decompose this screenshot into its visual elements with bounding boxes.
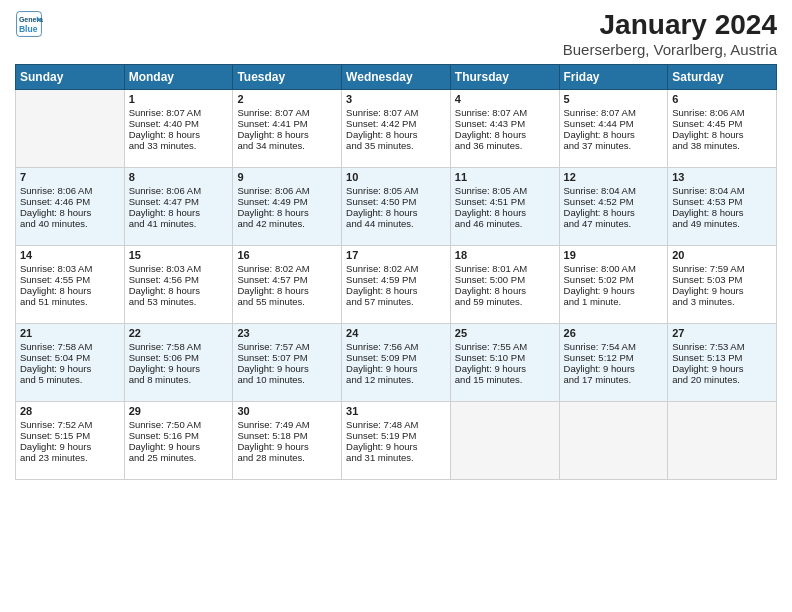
calendar-cell: 18Sunrise: 8:01 AMSunset: 5:00 PMDayligh… (450, 245, 559, 323)
calendar-cell: 20Sunrise: 7:59 AMSunset: 5:03 PMDayligh… (668, 245, 777, 323)
calendar-cell: 19Sunrise: 8:00 AMSunset: 5:02 PMDayligh… (559, 245, 668, 323)
calendar-cell: 17Sunrise: 8:02 AMSunset: 4:59 PMDayligh… (342, 245, 451, 323)
logo: General Blue (15, 10, 43, 38)
calendar-cell: 14Sunrise: 8:03 AMSunset: 4:55 PMDayligh… (16, 245, 125, 323)
day-number: 26 (564, 327, 664, 339)
calendar-cell: 6Sunrise: 8:06 AMSunset: 4:45 PMDaylight… (668, 89, 777, 167)
day-number: 28 (20, 405, 120, 417)
header-saturday: Saturday (668, 64, 777, 89)
calendar-cell: 31Sunrise: 7:48 AMSunset: 5:19 PMDayligh… (342, 401, 451, 479)
header-sunday: Sunday (16, 64, 125, 89)
day-number: 24 (346, 327, 446, 339)
calendar-week-5: 28Sunrise: 7:52 AMSunset: 5:15 PMDayligh… (16, 401, 777, 479)
calendar-cell: 12Sunrise: 8:04 AMSunset: 4:52 PMDayligh… (559, 167, 668, 245)
calendar-cell (668, 401, 777, 479)
day-number: 1 (129, 93, 229, 105)
day-number: 8 (129, 171, 229, 183)
day-number: 30 (237, 405, 337, 417)
logo-icon: General Blue (15, 10, 43, 38)
day-number: 21 (20, 327, 120, 339)
header-tuesday: Tuesday (233, 64, 342, 89)
calendar-cell: 4Sunrise: 8:07 AMSunset: 4:43 PMDaylight… (450, 89, 559, 167)
calendar-cell: 28Sunrise: 7:52 AMSunset: 5:15 PMDayligh… (16, 401, 125, 479)
calendar-week-1: 1Sunrise: 8:07 AMSunset: 4:40 PMDaylight… (16, 89, 777, 167)
calendar-week-3: 14Sunrise: 8:03 AMSunset: 4:55 PMDayligh… (16, 245, 777, 323)
day-number: 5 (564, 93, 664, 105)
svg-text:Blue: Blue (19, 24, 38, 34)
calendar-cell: 5Sunrise: 8:07 AMSunset: 4:44 PMDaylight… (559, 89, 668, 167)
calendar-week-4: 21Sunrise: 7:58 AMSunset: 5:04 PMDayligh… (16, 323, 777, 401)
day-number: 22 (129, 327, 229, 339)
calendar-cell (450, 401, 559, 479)
calendar-cell: 29Sunrise: 7:50 AMSunset: 5:16 PMDayligh… (124, 401, 233, 479)
calendar-cell: 25Sunrise: 7:55 AMSunset: 5:10 PMDayligh… (450, 323, 559, 401)
calendar-cell: 7Sunrise: 8:06 AMSunset: 4:46 PMDaylight… (16, 167, 125, 245)
day-number: 29 (129, 405, 229, 417)
calendar-cell: 16Sunrise: 8:02 AMSunset: 4:57 PMDayligh… (233, 245, 342, 323)
header-row: General Blue January 2024 Buerserberg, V… (15, 10, 777, 58)
day-number: 17 (346, 249, 446, 261)
calendar-week-2: 7Sunrise: 8:06 AMSunset: 4:46 PMDaylight… (16, 167, 777, 245)
day-number: 7 (20, 171, 120, 183)
calendar-cell: 21Sunrise: 7:58 AMSunset: 5:04 PMDayligh… (16, 323, 125, 401)
day-number: 31 (346, 405, 446, 417)
day-number: 12 (564, 171, 664, 183)
day-number: 9 (237, 171, 337, 183)
calendar-cell: 11Sunrise: 8:05 AMSunset: 4:51 PMDayligh… (450, 167, 559, 245)
page-subtitle: Buerserberg, Vorarlberg, Austria (563, 41, 777, 58)
header-monday: Monday (124, 64, 233, 89)
day-number: 23 (237, 327, 337, 339)
day-number: 10 (346, 171, 446, 183)
day-number: 25 (455, 327, 555, 339)
day-number: 18 (455, 249, 555, 261)
calendar-cell: 2Sunrise: 8:07 AMSunset: 4:41 PMDaylight… (233, 89, 342, 167)
calendar-cell: 9Sunrise: 8:06 AMSunset: 4:49 PMDaylight… (233, 167, 342, 245)
day-number: 2 (237, 93, 337, 105)
title-block: January 2024 Buerserberg, Vorarlberg, Au… (563, 10, 777, 58)
calendar-cell (16, 89, 125, 167)
day-number: 20 (672, 249, 772, 261)
day-number: 3 (346, 93, 446, 105)
page-title: January 2024 (563, 10, 777, 41)
main-container: General Blue January 2024 Buerserberg, V… (0, 0, 792, 488)
calendar-cell: 3Sunrise: 8:07 AMSunset: 4:42 PMDaylight… (342, 89, 451, 167)
calendar-cell: 30Sunrise: 7:49 AMSunset: 5:18 PMDayligh… (233, 401, 342, 479)
day-number: 15 (129, 249, 229, 261)
day-number: 13 (672, 171, 772, 183)
calendar-cell (559, 401, 668, 479)
day-number: 27 (672, 327, 772, 339)
calendar-cell: 13Sunrise: 8:04 AMSunset: 4:53 PMDayligh… (668, 167, 777, 245)
calendar-cell: 23Sunrise: 7:57 AMSunset: 5:07 PMDayligh… (233, 323, 342, 401)
calendar-cell: 1Sunrise: 8:07 AMSunset: 4:40 PMDaylight… (124, 89, 233, 167)
day-number: 19 (564, 249, 664, 261)
calendar-cell: 24Sunrise: 7:56 AMSunset: 5:09 PMDayligh… (342, 323, 451, 401)
header-wednesday: Wednesday (342, 64, 451, 89)
header-friday: Friday (559, 64, 668, 89)
day-number: 16 (237, 249, 337, 261)
calendar-table: SundayMondayTuesdayWednesdayThursdayFrid… (15, 64, 777, 480)
calendar-header-row: SundayMondayTuesdayWednesdayThursdayFrid… (16, 64, 777, 89)
calendar-cell: 27Sunrise: 7:53 AMSunset: 5:13 PMDayligh… (668, 323, 777, 401)
calendar-cell: 8Sunrise: 8:06 AMSunset: 4:47 PMDaylight… (124, 167, 233, 245)
day-number: 11 (455, 171, 555, 183)
calendar-cell: 15Sunrise: 8:03 AMSunset: 4:56 PMDayligh… (124, 245, 233, 323)
calendar-cell: 22Sunrise: 7:58 AMSunset: 5:06 PMDayligh… (124, 323, 233, 401)
day-number: 4 (455, 93, 555, 105)
calendar-cell: 26Sunrise: 7:54 AMSunset: 5:12 PMDayligh… (559, 323, 668, 401)
header-thursday: Thursday (450, 64, 559, 89)
day-number: 6 (672, 93, 772, 105)
calendar-cell: 10Sunrise: 8:05 AMSunset: 4:50 PMDayligh… (342, 167, 451, 245)
day-number: 14 (20, 249, 120, 261)
